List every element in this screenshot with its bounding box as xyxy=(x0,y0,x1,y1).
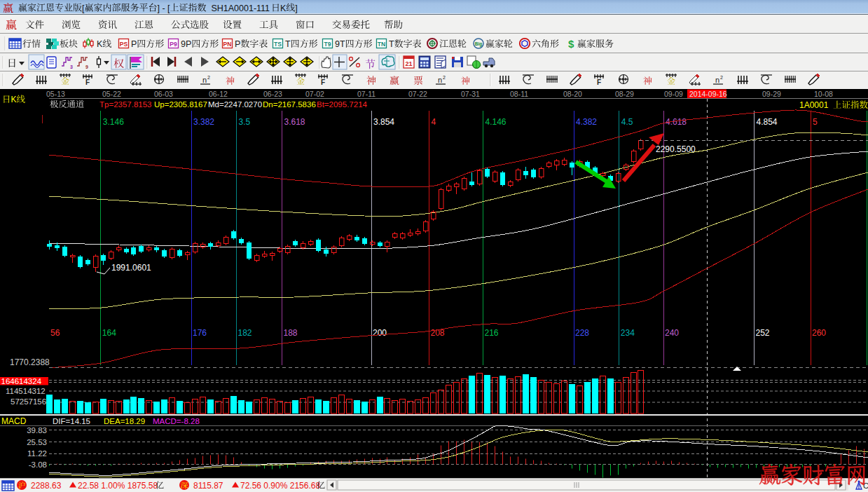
svg-text:K: K xyxy=(11,95,17,104)
svg-text:SH1A0001-111: SH1A0001-111 xyxy=(207,4,270,13)
svg-text:2: 2 xyxy=(443,75,446,80)
svg-text:MACD: MACD xyxy=(1,416,27,426)
svg-text:K: K xyxy=(280,4,287,13)
svg-text:9P: 9P xyxy=(181,39,191,49)
svg-text:2: 2 xyxy=(720,75,723,80)
svg-text:39.83: 39.83 xyxy=(27,426,47,435)
svg-text:1A0001: 1A0001 xyxy=(799,100,833,110)
svg-text:DIF=14.15: DIF=14.15 xyxy=(53,417,90,425)
svg-text:$: $ xyxy=(568,38,574,50)
svg-text:Tp=2357.8153: Tp=2357.8153 xyxy=(99,100,152,109)
svg-text:TS: TS xyxy=(274,41,282,48)
svg-text:Dn=2167.5836: Dn=2167.5836 xyxy=(263,100,316,109)
svg-text:3.854: 3.854 xyxy=(373,117,394,127)
svg-text:11.22: 11.22 xyxy=(27,449,47,458)
svg-text:05-22: 05-22 xyxy=(102,90,121,98)
svg-text:3.146: 3.146 xyxy=(103,117,124,127)
svg-text:T: T xyxy=(389,39,394,49)
svg-text:07-02: 07-02 xyxy=(305,90,324,98)
svg-text:TN: TN xyxy=(378,41,385,48)
svg-text:[: [ xyxy=(82,4,85,13)
svg-text:DEA=18.29: DEA=18.29 xyxy=(104,417,145,425)
svg-text:4: 4 xyxy=(432,117,436,127)
svg-text:PS: PS xyxy=(120,41,128,48)
svg-text:228: 228 xyxy=(575,328,589,338)
svg-text:200: 200 xyxy=(373,328,387,338)
svg-text:2290.5500: 2290.5500 xyxy=(656,144,696,154)
svg-text:252: 252 xyxy=(756,328,770,338)
svg-text:164: 164 xyxy=(102,328,116,338)
svg-text:n: n xyxy=(438,76,442,84)
svg-text:2: 2 xyxy=(207,75,210,80)
svg-text:Md=2247.0270: Md=2247.0270 xyxy=(208,100,262,109)
svg-text:] - [: ] - [ xyxy=(158,4,171,13)
svg-text:57257156: 57257156 xyxy=(11,397,46,406)
svg-text:Bt=2095.7214: Bt=2095.7214 xyxy=(317,100,368,109)
svg-text:3.5: 3.5 xyxy=(239,117,251,127)
svg-text:22.58 1.00% 1875.58: 22.58 1.00% 1875.58 xyxy=(78,481,158,491)
svg-text:9: 9 xyxy=(85,64,88,69)
svg-text:8115.87: 8115.87 xyxy=(193,481,226,491)
svg-text:216: 216 xyxy=(485,328,499,338)
svg-text:05-13: 05-13 xyxy=(46,90,65,98)
svg-text:07-31: 07-31 xyxy=(461,90,480,98)
svg-text:K: K xyxy=(97,39,103,49)
svg-text:234: 234 xyxy=(621,328,635,338)
svg-text:25.53: 25.53 xyxy=(27,438,47,446)
svg-text:10-08: 10-08 xyxy=(814,90,833,98)
svg-text:-3.08: -3.08 xyxy=(29,460,47,469)
svg-text:2014-09-16: 2014-09-16 xyxy=(689,90,727,98)
svg-text:F: F xyxy=(85,78,90,86)
svg-text:3: 3 xyxy=(70,64,73,69)
svg-text:]: ] xyxy=(295,4,297,13)
svg-text:P: P xyxy=(235,39,240,49)
svg-text:09-29: 09-29 xyxy=(762,90,781,98)
svg-text:n: n xyxy=(202,76,207,84)
svg-text:08-20: 08-20 xyxy=(563,90,582,98)
svg-text:09-09: 09-09 xyxy=(664,90,683,98)
svg-text:F: F xyxy=(321,78,325,86)
svg-text:114514312: 114514312 xyxy=(6,387,46,395)
svg-text:Up=2305.8167: Up=2305.8167 xyxy=(154,100,207,109)
svg-text:P: P xyxy=(131,39,137,49)
svg-text:3.382: 3.382 xyxy=(193,117,214,127)
svg-text:T9: T9 xyxy=(324,41,331,48)
svg-text:06-23: 06-23 xyxy=(263,90,282,98)
svg-text:9T: 9T xyxy=(335,39,345,49)
svg-text:08-29: 08-29 xyxy=(615,90,634,98)
svg-text:n: n xyxy=(715,76,719,84)
svg-text:208: 208 xyxy=(431,328,445,338)
svg-text:56: 56 xyxy=(50,328,60,338)
svg-text:72.56 0.90% 2156.68: 72.56 0.90% 2156.68 xyxy=(240,481,320,491)
svg-text:1991.0601: 1991.0601 xyxy=(111,263,151,273)
svg-text:21: 21 xyxy=(405,60,412,67)
svg-text:182: 182 xyxy=(238,328,252,338)
svg-text:3.618: 3.618 xyxy=(284,117,305,127)
svg-text:Big: Big xyxy=(475,41,483,47)
svg-text:4.5: 4.5 xyxy=(621,117,633,127)
svg-text:5: 5 xyxy=(813,117,818,127)
svg-text:08-11: 08-11 xyxy=(510,90,528,98)
svg-text:PN: PN xyxy=(223,41,232,48)
svg-text:07-11: 07-11 xyxy=(357,90,376,98)
svg-text:4.854: 4.854 xyxy=(757,117,778,127)
svg-text:240: 240 xyxy=(665,328,679,338)
svg-text:176: 176 xyxy=(193,328,207,338)
svg-text:1770.2388: 1770.2388 xyxy=(10,357,50,367)
svg-text:06-03: 06-03 xyxy=(154,90,173,98)
svg-text:P9: P9 xyxy=(170,41,177,48)
svg-text:07-22: 07-22 xyxy=(408,90,427,98)
svg-text:MACD=-8.28: MACD=-8.28 xyxy=(153,417,200,425)
svg-text:F: F xyxy=(597,78,601,86)
svg-text:188: 188 xyxy=(284,328,298,338)
svg-text:06-12: 06-12 xyxy=(209,90,228,98)
svg-text:4.146: 4.146 xyxy=(485,117,507,127)
svg-text:T: T xyxy=(285,39,291,49)
svg-text:260: 260 xyxy=(812,328,826,338)
svg-text:2288.63: 2288.63 xyxy=(31,481,64,491)
svg-text:164614324: 164614324 xyxy=(1,377,42,385)
svg-text:4.382: 4.382 xyxy=(576,117,597,127)
